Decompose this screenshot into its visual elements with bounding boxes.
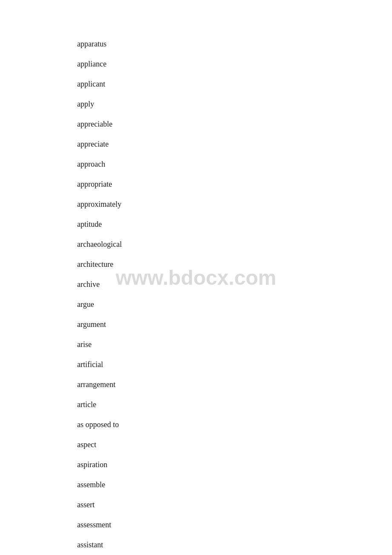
list-item: assert bbox=[77, 495, 392, 515]
list-item: architecture bbox=[77, 254, 392, 275]
list-item: appreciable bbox=[77, 114, 392, 134]
list-item: arise bbox=[77, 335, 392, 355]
list-item: archaeological bbox=[77, 234, 392, 254]
list-item: applicant bbox=[77, 74, 392, 94]
list-item: artificial bbox=[77, 355, 392, 375]
list-item: argument bbox=[77, 315, 392, 335]
list-item: argue bbox=[77, 295, 392, 315]
list-item: appropriate bbox=[77, 174, 392, 194]
list-item: as opposed to bbox=[77, 415, 392, 435]
list-item: approach bbox=[77, 154, 392, 174]
list-item: appliance bbox=[77, 54, 392, 74]
list-item: assessment bbox=[77, 515, 392, 535]
list-item: arrangement bbox=[77, 375, 392, 395]
list-item: appreciate bbox=[77, 134, 392, 154]
list-item: assistant bbox=[77, 535, 392, 555]
word-list: apparatusapplianceapplicantapplyapprecia… bbox=[0, 0, 392, 555]
list-item: aptitude bbox=[77, 214, 392, 234]
list-item: apply bbox=[77, 94, 392, 114]
list-item: archive bbox=[77, 275, 392, 295]
list-item: assemble bbox=[77, 475, 392, 495]
list-item: aspiration bbox=[77, 455, 392, 475]
list-item: approximately bbox=[77, 194, 392, 214]
list-item: article bbox=[77, 395, 392, 415]
list-item: aspect bbox=[77, 435, 392, 455]
list-item: apparatus bbox=[77, 34, 392, 54]
